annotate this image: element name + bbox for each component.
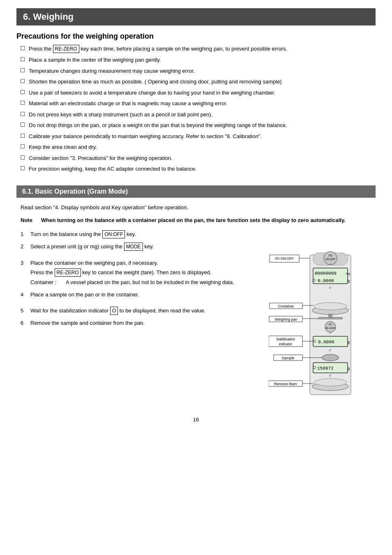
section-61-header: 6.1. Basic Operation (Gram Mode) — [16, 185, 376, 198]
step-5: 5 Wait for the stabilization indicator O… — [21, 307, 265, 315]
step-1-content: Turn on the balance using the ON:OFF key… — [30, 230, 265, 238]
bullet-icon — [21, 46, 25, 50]
step-3-sub1: Press the RE-ZERO key to cancel the weig… — [30, 268, 265, 277]
svg-text:RE-ZERO: RE-ZERO — [325, 327, 336, 329]
svg-text:I/O: I/O — [328, 254, 332, 257]
svg-text:↙: ↙ — [329, 262, 332, 266]
svg-text:↙: ↙ — [329, 347, 332, 352]
step-5-num: 5 — [21, 307, 28, 315]
list-item: Do not drop things on the pan, or place … — [16, 121, 376, 130]
svg-text:g: g — [348, 366, 350, 370]
balance-diagram: I/O ON:OFF ↙ 00000000 mg 0.0000 g ↙ — [269, 230, 376, 404]
svg-text:0.0000: 0.0000 — [318, 278, 334, 283]
precautions-list: Press the RE-ZERO key each time, before … — [16, 45, 376, 173]
list-item: Use a pair of tweezers to avoid a temper… — [16, 89, 376, 97]
precautions-title: Precautions for the weighing operation — [16, 32, 376, 41]
step-2-num: 2 — [21, 243, 28, 251]
steps-diagram-container: 1 Turn on the balance using the ON:OFF k… — [21, 230, 376, 404]
bullet-icon — [21, 101, 25, 105]
step-2: 2 Select a preset unit (g or mg) using t… — [21, 243, 265, 251]
list-item: Calibrate your balance periodically to m… — [16, 132, 376, 141]
svg-text:Stabilization: Stabilization — [276, 337, 295, 341]
step-6: 6 Remove the sample and container from t… — [21, 319, 265, 327]
bullet-icon — [21, 79, 25, 83]
note-text: When turning on the balance with a conta… — [41, 216, 346, 224]
svg-point-26 — [322, 354, 339, 361]
step-3-sub2: Container : A vessel placed on the pan, … — [30, 278, 265, 287]
step-3: 3 Place the container on the weighing pa… — [21, 259, 265, 287]
section-6-header: 6. Weighing — [16, 8, 376, 25]
list-item: Press the RE-ZERO key each time, before … — [16, 45, 376, 53]
svg-text:00000000: 00000000 — [315, 271, 337, 276]
note-block: Note When turning on the balance with a … — [21, 216, 376, 224]
re-zero-key: RE-ZERO — [53, 45, 79, 53]
bullet-icon — [21, 90, 25, 94]
list-item: Material with an electrostatic charge or… — [16, 99, 376, 108]
bullet-icon — [21, 155, 25, 160]
svg-text:↙: ↙ — [329, 331, 332, 335]
svg-text:↙: ↙ — [329, 373, 332, 377]
step-4: 4 Place a sample on the pan or in the co… — [21, 291, 265, 299]
step-6-num: 6 — [21, 319, 28, 327]
list-item: Do not press keys with a sharp instrumen… — [16, 111, 376, 119]
step-4-num: 4 — [21, 291, 28, 299]
list-item: Place a sample in the center of the weig… — [16, 56, 376, 64]
bullet-icon — [21, 57, 25, 61]
balance-svg: I/O ON:OFF ↙ 00000000 mg 0.0000 g ↙ — [269, 230, 367, 403]
svg-text:Container: Container — [278, 304, 294, 308]
svg-text:Weighing pan: Weighing pan — [275, 317, 297, 321]
bullet-icon — [21, 134, 25, 138]
bullet-icon — [21, 112, 25, 116]
container-label: Container : — [30, 278, 63, 287]
container-desc: A vessel placed on the pan, but not to b… — [66, 278, 234, 287]
svg-point-14 — [314, 303, 347, 310]
svg-text:ON:OFF: ON:OFF — [325, 258, 336, 261]
step-6-content: Remove the sample and container from the… — [30, 319, 265, 327]
onoff-key: ON:OFF — [102, 230, 125, 238]
list-item: Consider section "3. Precautions" for th… — [16, 154, 376, 162]
step-5-content: Wait for the stabilization indicator O t… — [30, 307, 265, 315]
svg-text:0.0000: 0.0000 — [318, 340, 334, 345]
bullet-icon — [21, 144, 25, 148]
mode-key: MODE — [124, 243, 143, 251]
svg-point-33 — [314, 379, 347, 386]
svg-text:150972: 150972 — [317, 366, 334, 371]
stabilization-indicator-key: O — [110, 307, 118, 315]
svg-text:indicator: indicator — [279, 342, 292, 346]
page-number: 16 — [16, 416, 376, 423]
list-item: Temperature changes during measurement m… — [16, 67, 376, 75]
step-4-content: Place a sample on the pan or in the cont… — [30, 291, 265, 299]
svg-rect-16 — [318, 317, 343, 319]
bullet-icon — [21, 68, 25, 72]
svg-text:Sample: Sample — [282, 356, 295, 360]
bullet-icon — [21, 123, 25, 127]
svg-text:↙: ↙ — [329, 285, 332, 289]
steps-column: 1 Turn on the balance using the ON:OFF k… — [21, 230, 265, 331]
list-item: Keep the area clean and dry. — [16, 143, 376, 151]
step-1: 1 Turn on the balance using the ON:OFF k… — [21, 230, 265, 238]
step-3-num: 3 — [21, 259, 28, 267]
note-label: Note — [21, 216, 41, 224]
svg-text:g: g — [348, 279, 350, 283]
svg-text:I/O ON:OFF: I/O ON:OFF — [275, 257, 294, 261]
svg-text:Remove them: Remove them — [274, 382, 297, 386]
svg-text:mg: mg — [346, 272, 350, 275]
step-1-num: 1 — [21, 230, 28, 238]
svg-text:g: g — [348, 340, 350, 344]
list-item: For precision weighing, keep the AC adap… — [16, 165, 376, 173]
section-61-intro: Read section "4. Display symbols and Key… — [21, 204, 376, 212]
re-zero-key-2: RE-ZERO — [55, 268, 81, 277]
bullet-icon — [21, 166, 25, 170]
svg-text:→0/T←: →0/T← — [326, 323, 335, 326]
step-3-content: Place the container on the weighing pan,… — [30, 259, 265, 287]
list-item: Shorten the operation time as much as po… — [16, 78, 376, 86]
step-2-content: Select a preset unit (g or mg) using the… — [30, 243, 265, 251]
